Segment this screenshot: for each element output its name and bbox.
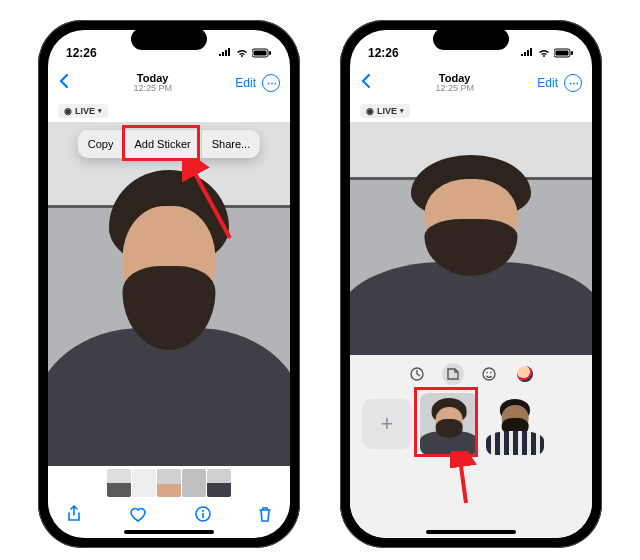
thumbnail[interactable] — [132, 469, 156, 497]
wifi-icon — [537, 48, 551, 58]
nav-title-group: Today 12:25 PM — [435, 72, 474, 94]
annotation-arrow — [450, 451, 490, 509]
tab-emoji[interactable] — [478, 363, 500, 385]
more-button[interactable]: ⋯ — [564, 74, 582, 92]
thumbnail[interactable] — [107, 469, 131, 497]
add-sticker-button[interactable]: + — [362, 399, 412, 449]
svg-point-13 — [490, 372, 492, 374]
back-button[interactable] — [360, 73, 372, 93]
home-indicator[interactable] — [124, 530, 214, 534]
sticker-item-1[interactable] — [420, 393, 478, 455]
chevron-down-icon: ▾ — [400, 107, 404, 115]
context-menu-share[interactable]: Share... — [202, 130, 261, 158]
thumbnail[interactable] — [207, 469, 231, 497]
svg-rect-6 — [202, 513, 204, 518]
svg-rect-8 — [556, 51, 569, 56]
share-button[interactable] — [66, 505, 82, 527]
edit-button[interactable]: Edit — [235, 76, 256, 90]
nav-subtitle: 12:25 PM — [435, 84, 474, 94]
thumbnail[interactable] — [157, 469, 181, 497]
sticker-item-2[interactable] — [486, 393, 544, 455]
status-time: 12:26 — [368, 46, 399, 60]
context-menu-copy[interactable]: Copy — [78, 130, 125, 158]
smiley-icon — [482, 367, 496, 381]
delete-button[interactable] — [258, 506, 272, 526]
plus-icon: + — [381, 411, 394, 437]
svg-rect-1 — [254, 51, 267, 56]
live-icon: ◉ — [366, 106, 374, 116]
context-menu: Copy Add Sticker Share... — [78, 130, 260, 158]
status-indicators — [520, 48, 574, 58]
home-indicator[interactable] — [426, 530, 516, 534]
dynamic-island — [433, 28, 509, 50]
photo-viewer[interactable]: + — [350, 122, 592, 538]
photo-content: Copy Add Sticker Share... — [48, 122, 290, 466]
sticker-drawer: + — [350, 355, 592, 538]
sticker-row: + — [358, 393, 584, 455]
back-button[interactable] — [58, 73, 70, 93]
wifi-icon — [235, 48, 249, 58]
svg-point-12 — [486, 372, 488, 374]
tab-stickers[interactable] — [442, 363, 464, 385]
dynamic-island — [131, 28, 207, 50]
svg-line-14 — [460, 459, 466, 503]
nav-subtitle: 12:25 PM — [133, 84, 172, 94]
battery-icon — [252, 48, 272, 58]
tab-memoji[interactable] — [514, 363, 536, 385]
signal-icon — [520, 48, 534, 58]
battery-icon — [554, 48, 574, 58]
photo-content — [350, 122, 592, 355]
favorite-button[interactable] — [129, 506, 147, 526]
status-indicators — [218, 48, 272, 58]
live-icon: ◉ — [64, 106, 72, 116]
nav-title-group: Today 12:25 PM — [133, 72, 172, 94]
svg-point-5 — [202, 510, 204, 512]
chevron-left-icon — [360, 73, 372, 89]
memoji-icon — [517, 366, 533, 382]
live-badge[interactable]: ◉ LIVE ▾ — [360, 104, 410, 118]
svg-rect-9 — [571, 51, 573, 55]
info-button[interactable] — [195, 506, 211, 526]
live-badge[interactable]: ◉ LIVE ▾ — [58, 104, 108, 118]
context-menu-add-sticker[interactable]: Add Sticker — [124, 130, 201, 158]
status-time: 12:26 — [66, 46, 97, 60]
clock-icon — [410, 367, 424, 381]
svg-point-11 — [483, 368, 495, 380]
thumbnail-strip[interactable] — [48, 466, 290, 500]
nav-bar: Today 12:25 PM Edit ⋯ — [350, 66, 592, 100]
thumbnail[interactable] — [182, 469, 206, 497]
screen: 12:26 Today 12:25 PM Edit ⋯ ◉ LIVE ▾ — [350, 30, 592, 538]
sticker-icon — [446, 367, 460, 381]
edit-button[interactable]: Edit — [537, 76, 558, 90]
signal-icon — [218, 48, 232, 58]
chevron-left-icon — [58, 73, 70, 89]
svg-rect-2 — [269, 51, 271, 55]
nav-bar: Today 12:25 PM Edit ⋯ — [48, 66, 290, 100]
iphone-mockup-right: 12:26 Today 12:25 PM Edit ⋯ ◉ LIVE ▾ — [340, 20, 602, 548]
more-button[interactable]: ⋯ — [262, 74, 280, 92]
tab-recents[interactable] — [406, 363, 428, 385]
drawer-tabs — [358, 363, 584, 385]
screen: 12:26 Today 12:25 PM Edit ⋯ ◉ LIVE ▾ — [48, 30, 290, 538]
chevron-down-icon: ▾ — [98, 107, 102, 115]
iphone-mockup-left: 12:26 Today 12:25 PM Edit ⋯ ◉ LIVE ▾ — [38, 20, 300, 548]
photo-viewer[interactable]: Copy Add Sticker Share... — [48, 122, 290, 466]
